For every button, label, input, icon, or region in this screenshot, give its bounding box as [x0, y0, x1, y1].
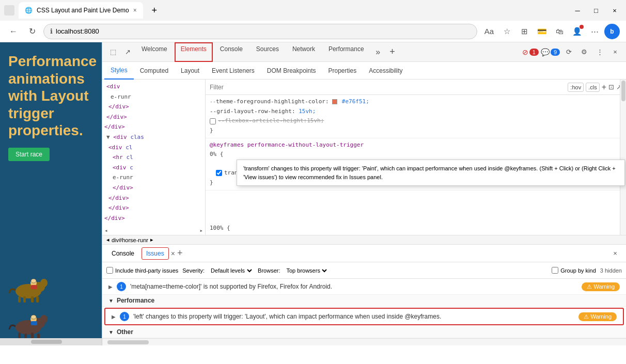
- close-button[interactable]: ×: [607, 5, 622, 15]
- tab-performance[interactable]: Performance: [322, 42, 370, 62]
- subtab-accessibility[interactable]: Accessibility: [363, 62, 409, 80]
- tab-welcome[interactable]: Welcome: [135, 42, 174, 62]
- include-third-party-checkbox[interactable]: [106, 267, 113, 274]
- settings-icon[interactable]: ⋯: [587, 24, 602, 39]
- bing-icon[interactable]: b: [604, 24, 620, 39]
- dom-breadcrumb: ◂ div#horse-runr ▸: [102, 235, 626, 244]
- issue-2-text: 'left' changes to this property will tri…: [133, 313, 574, 320]
- profile-icon[interactable]: 👤: [569, 24, 585, 39]
- subtab-event-listeners[interactable]: Event Listeners: [206, 62, 261, 80]
- browser-tab[interactable]: 🌐 CSS Layout and Paint Live Demo ×: [19, 2, 143, 19]
- address-text: localhost:8080: [56, 27, 99, 35]
- tab-network[interactable]: Network: [286, 42, 321, 62]
- devtools-panel: ⬚ ↗ Welcome Elements Console Sources Net…: [102, 42, 626, 345]
- elements-subtabs: Styles Computed Layout Event Listeners D…: [102, 62, 626, 80]
- new-tab-button[interactable]: +: [147, 3, 162, 18]
- hov-button[interactable]: :hov: [568, 83, 584, 92]
- subtab-computed[interactable]: Computed: [134, 62, 175, 80]
- browser-select[interactable]: Top browsers: [284, 267, 328, 274]
- dom-line: ▼ <div clas: [102, 132, 205, 143]
- favorites-icon[interactable]: ☆: [499, 24, 514, 39]
- issue-2-expand-icon[interactable]: ▶: [112, 314, 116, 320]
- tab-console-issues[interactable]: Console: [106, 248, 139, 259]
- dom-line: </div>: [102, 213, 205, 224]
- color-swatch-1[interactable]: [332, 99, 337, 104]
- errors-badge[interactable]: ⊘1: [522, 48, 539, 56]
- scroll-left-icon[interactable]: ◂: [104, 226, 108, 235]
- back-button[interactable]: ←: [6, 24, 21, 39]
- settings-gear-icon[interactable]: ⚙: [577, 45, 591, 59]
- transform-zero-checkbox[interactable]: [216, 170, 222, 176]
- tab-sources[interactable]: Sources: [250, 42, 285, 62]
- other-section-expand-icon[interactable]: ▼: [108, 329, 114, 335]
- breadcrumb-expand-left[interactable]: ◂: [106, 236, 109, 243]
- address-bar[interactable]: ℹ localhost:8080: [43, 24, 477, 39]
- more-options-icon[interactable]: ⋮: [593, 45, 606, 59]
- subtab-layout[interactable]: Layout: [175, 62, 206, 80]
- dom-line: </div>: [102, 203, 205, 213]
- dom-line: e-runr: [102, 172, 205, 183]
- more-tabs-icon[interactable]: »: [371, 45, 385, 59]
- cls-button[interactable]: .cls: [586, 83, 600, 92]
- hidden-count: 3 hidden: [600, 267, 622, 274]
- refresh-button[interactable]: ↻: [25, 24, 39, 39]
- sync-icon[interactable]: ⟳: [562, 45, 575, 59]
- svg-rect-5: [31, 296, 34, 303]
- filter-input[interactable]: [210, 84, 566, 91]
- issues-close-icon[interactable]: ×: [171, 249, 175, 258]
- close-devtools-icon[interactable]: ×: [608, 45, 622, 59]
- content-area: <div e-runr </div> </div> </div> ▼ <div …: [102, 80, 626, 235]
- maximize-button[interactable]: □: [589, 5, 603, 15]
- shopping-icon[interactable]: 🛍: [552, 24, 567, 39]
- start-race-button[interactable]: Start race: [8, 148, 50, 161]
- svg-point-2: [40, 279, 48, 287]
- tab-title: CSS Layout and Paint Live Demo: [37, 7, 129, 14]
- tab-issues[interactable]: Issues: [142, 247, 169, 260]
- bottom-scrollbar[interactable]: [102, 338, 626, 345]
- issues-tab-label: Issues: [146, 250, 164, 257]
- tab-close-icon[interactable]: ×: [133, 7, 137, 14]
- css-prop-theme-color: --theme-foreground-highlight-color: #e76…: [210, 97, 622, 107]
- issue-2-warning-badge: ⚠ Warning: [578, 312, 617, 321]
- devtools-cursor-icon[interactable]: ⬚: [106, 45, 120, 59]
- group-by-kind-checkbox-row[interactable]: Group by kind: [552, 267, 596, 274]
- breadcrumb-expand-right[interactable]: ▸: [150, 236, 153, 243]
- scroll-right-icon[interactable]: ▸: [199, 226, 203, 235]
- minimize-button[interactable]: ─: [570, 5, 585, 15]
- collections-icon[interactable]: ⊞: [517, 24, 532, 39]
- wallet-icon[interactable]: 💳: [534, 24, 550, 39]
- warnings-badge[interactable]: 💬9: [541, 48, 560, 56]
- include-third-party-label[interactable]: Include third-party issues: [106, 267, 178, 274]
- issues-tabbar: Console Issues × + ×: [102, 245, 626, 262]
- hundred-percent: 100% {: [210, 224, 622, 233]
- browser-label: Browser:: [258, 267, 280, 274]
- keyframe-label: @keyframes performance-without-layout-tr…: [210, 140, 622, 150]
- subtab-properties[interactable]: Properties: [322, 62, 363, 80]
- severity-label: Severity:: [182, 267, 205, 274]
- subtab-dom-breakpoints[interactable]: DOM Breakpoints: [261, 62, 322, 80]
- styles-scrollbar[interactable]: [620, 80, 626, 235]
- severity-select[interactable]: Default levels: [209, 267, 254, 274]
- css-checkbox-flexbox[interactable]: [210, 118, 216, 124]
- dom-line: </div>: [102, 183, 205, 193]
- dom-line: </div>: [102, 122, 205, 132]
- add-panel-icon[interactable]: +: [177, 248, 183, 259]
- add-tab-icon[interactable]: +: [386, 45, 399, 59]
- read-aloud-icon[interactable]: Aa: [481, 24, 497, 39]
- tab-console[interactable]: Console: [214, 42, 249, 62]
- devtools-inspect-icon[interactable]: ↗: [121, 45, 134, 59]
- subtab-styles[interactable]: Styles: [104, 62, 134, 80]
- horizontal-scrollbar[interactable]: [0, 338, 102, 345]
- add-style-icon[interactable]: +: [602, 83, 606, 92]
- issue-1-expand-icon[interactable]: ▶: [108, 284, 113, 290]
- performance-section-expand-icon[interactable]: ▼: [108, 298, 114, 304]
- tab-elements[interactable]: Elements: [175, 42, 213, 62]
- copy-style-icon[interactable]: ⊡: [608, 83, 614, 91]
- dom-tree: <div e-runr </div> </div> </div> ▼ <div …: [102, 80, 206, 235]
- close-issues-icon[interactable]: ×: [608, 247, 622, 260]
- devtools-topbar: ⬚ ↗ Welcome Elements Console Sources Net…: [102, 42, 626, 62]
- group-by-kind-label: Group by kind: [560, 267, 596, 274]
- group-by-kind-checkbox[interactable]: [552, 267, 558, 274]
- svg-point-9: [31, 279, 36, 283]
- issue-2-badge-text: ⚠ Warning: [584, 313, 612, 320]
